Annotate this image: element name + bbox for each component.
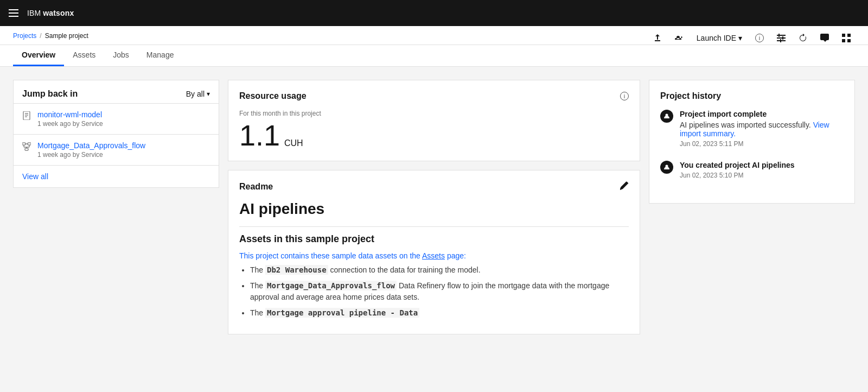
readme-code-pipeline: Mortgage approval pipeline - Data <box>265 308 419 318</box>
upload-button[interactable] <box>649 31 666 45</box>
resource-usage-subtitle: For this month in this project <box>239 110 629 117</box>
chat-button[interactable] <box>816 31 833 45</box>
svg-rect-6 <box>842 34 845 37</box>
resource-usage-card: Resource usage i For this month in this … <box>228 80 640 161</box>
readme-bullet-3: The Mortgage approval pipeline - Data <box>250 307 629 319</box>
history-content-1: Project import complete AI pipelines was… <box>680 110 844 148</box>
svg-rect-14 <box>22 143 25 145</box>
asset-name-1[interactable]: monitor-wml-model <box>37 110 103 119</box>
resource-usage-unit: CUH <box>284 138 303 148</box>
readme-bullet-list: The Db2 Warehouse connection to the data… <box>239 264 629 319</box>
readme-code-flow: Mortgage_Data_Approvals_flow <box>265 281 397 290</box>
main-content: Jump back in By all ▾ monitor-wml-model … <box>0 67 868 388</box>
tabs-bar: Overview Assets Jobs Manage <box>0 45 868 67</box>
refresh-button[interactable] <box>794 31 812 45</box>
asset-item-1[interactable]: monitor-wml-model 1 week ago by Service <box>14 103 219 134</box>
asset-info-2: Mortgage_Data_Approvals_flow 1 week ago … <box>37 141 145 159</box>
breadcrumb-projects-link[interactable]: Projects <box>13 32 36 40</box>
history-item-1: Project import complete AI pipelines was… <box>660 110 844 148</box>
view-all-link[interactable]: View all <box>14 165 219 187</box>
launch-ide-button[interactable]: Launch IDE ▾ <box>692 31 746 45</box>
svg-rect-7 <box>847 34 851 37</box>
history-item-2: You created project AI pipelines Jun 02,… <box>660 161 844 179</box>
resource-usage-header: Resource usage i <box>239 91 629 101</box>
readme-edit-button[interactable] <box>620 181 629 192</box>
svg-rect-0 <box>777 35 786 36</box>
readme-card: Readme AI pipelines Assets in this sampl… <box>228 170 640 334</box>
middle-panel: Resource usage i For this month in this … <box>228 80 640 375</box>
readme-header: Readme <box>239 181 629 192</box>
chevron-down-icon: ▾ <box>207 90 210 98</box>
svg-rect-15 <box>28 143 31 145</box>
svg-rect-4 <box>782 36 783 40</box>
tab-overview[interactable]: Overview <box>13 45 64 66</box>
svg-rect-16 <box>25 148 28 150</box>
resource-usage-title: Resource usage <box>239 91 307 101</box>
history-time-1: Jun 02, 2023 5:11 PM <box>680 140 844 148</box>
asset-meta-2: 1 week ago by Service <box>37 151 145 159</box>
history-avatar-2 <box>660 161 673 174</box>
app-title: IBM watsonx <box>27 9 74 17</box>
resource-usage-amount-display: 1.1 CUH <box>239 121 629 150</box>
asset-item-2[interactable]: Mortgage_Data_Approvals_flow 1 week ago … <box>14 134 219 165</box>
asset-info-1: monitor-wml-model 1 week ago by Service <box>37 110 103 128</box>
left-panel: Jump back in By all ▾ monitor-wml-model … <box>13 80 219 375</box>
asset-meta-1: 1 week ago by Service <box>37 120 103 128</box>
svg-rect-8 <box>842 39 845 42</box>
notebook-icon <box>22 111 31 122</box>
tab-manage[interactable]: Manage <box>138 45 183 66</box>
history-event-1: Project import complete <box>680 110 844 118</box>
tab-assets[interactable]: Assets <box>64 45 104 66</box>
jump-back-in-title: Jump back in <box>22 89 78 99</box>
resource-usage-number: 1.1 <box>239 119 280 151</box>
jump-back-in-card: Jump back in By all ▾ monitor-wml-model … <box>13 80 219 188</box>
breadcrumb-bar: Projects / Sample project Launch IDE ▾ i <box>0 26 868 45</box>
breadcrumb: Projects / Sample project <box>13 32 88 40</box>
readme-main-title: AI pipelines <box>239 200 629 218</box>
readme-code-db2: Db2 Warehouse <box>265 265 328 275</box>
readme-assets-link[interactable]: Assets <box>422 251 445 260</box>
svg-rect-5 <box>780 39 781 42</box>
hamburger-menu[interactable] <box>9 9 18 17</box>
flow-icon <box>22 142 31 153</box>
history-time-2: Jun 02, 2023 5:10 PM <box>680 172 795 179</box>
project-history-card: Project history Project import complete … <box>649 80 855 204</box>
resource-usage-info-icon[interactable]: i <box>620 92 629 100</box>
svg-rect-10 <box>23 111 30 120</box>
info-icon: i <box>755 34 764 42</box>
history-event-2: You created project AI pipelines <box>680 161 795 169</box>
add-user-button[interactable] <box>671 31 688 45</box>
readme-bullet-1: The Db2 Warehouse connection to the data… <box>250 264 629 276</box>
readme-section-title: Readme <box>239 182 273 192</box>
info-button[interactable]: i <box>751 31 768 45</box>
readme-intro-paragraph: This project contains these sample data … <box>239 251 629 260</box>
breadcrumb-separator: / <box>40 32 41 40</box>
apps-button[interactable] <box>838 31 855 45</box>
breadcrumb-current: Sample project <box>45 32 88 40</box>
svg-rect-3 <box>778 34 780 37</box>
settings-button[interactable] <box>773 31 790 45</box>
history-desc-1: AI pipelines was imported successfully. … <box>680 121 844 138</box>
svg-rect-1 <box>777 37 786 39</box>
readme-divider <box>239 226 629 227</box>
svg-rect-9 <box>847 39 851 42</box>
header-actions: Launch IDE ▾ i <box>649 31 855 45</box>
jump-back-in-header: Jump back in By all ▾ <box>14 80 219 103</box>
asset-name-2[interactable]: Mortgage_Data_Approvals_flow <box>37 141 145 150</box>
history-avatar-1 <box>660 110 673 123</box>
top-navigation: IBM watsonx <box>0 0 868 26</box>
project-history-title: Project history <box>660 91 844 101</box>
readme-bullet-2: The Mortgage_Data_Approvals_flow Data Re… <box>250 280 629 303</box>
history-content-2: You created project AI pipelines Jun 02,… <box>680 161 795 179</box>
by-all-filter-button[interactable]: By all ▾ <box>186 90 210 98</box>
readme-assets-title: Assets in this sample project <box>239 233 629 245</box>
right-panel: Project history Project import complete … <box>649 80 855 375</box>
tab-jobs[interactable]: Jobs <box>104 45 138 66</box>
